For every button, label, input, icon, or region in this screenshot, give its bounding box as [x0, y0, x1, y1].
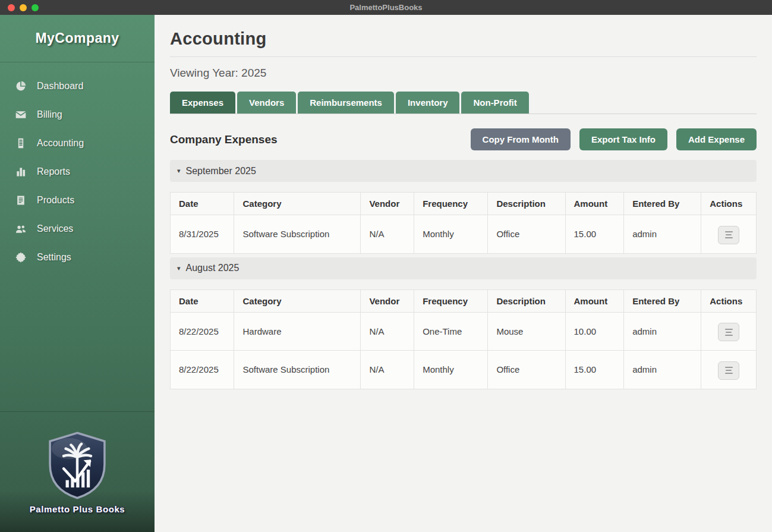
- month-group-header[interactable]: ▾August 2025: [170, 257, 757, 279]
- sidebar-item-label: Reports: [37, 166, 70, 177]
- sidebar-item-settings[interactable]: Settings: [0, 243, 155, 272]
- copy-from-month-button[interactable]: Copy From Month: [471, 128, 571, 150]
- sidebar-logo: Palmetto Plus Books: [0, 412, 155, 532]
- expense-cell: N/A: [361, 351, 414, 389]
- export-tax-info-button[interactable]: Export Tax Info: [579, 128, 667, 150]
- tab-expenses[interactable]: Expenses: [170, 92, 235, 114]
- actions-cell: [701, 215, 757, 254]
- column-header-frequency: Frequency: [414, 193, 488, 215]
- bar-chart-icon: [14, 165, 27, 178]
- menu-icon: [725, 367, 733, 368]
- row-actions-menu-button[interactable]: [718, 226, 739, 244]
- add-expense-button[interactable]: Add Expense: [676, 128, 757, 150]
- column-header-vendor: Vendor: [361, 289, 414, 312]
- tab-inventory[interactable]: Inventory: [396, 92, 460, 114]
- sidebar-header: MyCompany: [0, 15, 155, 62]
- expense-cell: 10.00: [565, 312, 624, 351]
- expense-cell: 8/22/2025: [171, 351, 234, 389]
- expense-cell: Monthly: [414, 215, 488, 254]
- column-header-vendor: Vendor: [361, 193, 414, 215]
- sidebar-item-services[interactable]: Services: [0, 215, 155, 243]
- app-body: MyCompany DashboardBillingAccountingRepo…: [0, 15, 772, 532]
- expense-cell: admin: [624, 351, 701, 389]
- row-actions-menu-button[interactable]: [718, 323, 739, 341]
- expense-cell: 15.00: [565, 215, 624, 254]
- column-header-description: Description: [488, 193, 565, 215]
- viewing-year-label: Viewing Year: 2025: [170, 67, 757, 80]
- expense-cell: Monthly: [414, 351, 488, 389]
- mail-icon: [14, 108, 27, 121]
- tab-bar: ExpensesVendorsReimbursementsInventoryNo…: [170, 92, 757, 114]
- column-header-amount: Amount: [565, 193, 624, 215]
- sidebar-item-reports[interactable]: Reports: [0, 158, 155, 186]
- sidebar-item-billing[interactable]: Billing: [0, 100, 155, 129]
- column-header-category: Category: [234, 289, 361, 312]
- column-header-entered-by: Entered By: [624, 289, 701, 312]
- section-header-row: Company Expenses Copy From Month Export …: [170, 128, 757, 150]
- sidebar-item-label: Services: [37, 223, 73, 234]
- month-group-label: August 2025: [186, 263, 240, 273]
- column-header-amount: Amount: [565, 289, 624, 312]
- expense-cell: 8/22/2025: [171, 312, 234, 351]
- sidebar-item-accounting[interactable]: Accounting: [0, 129, 155, 158]
- expense-cell: admin: [624, 215, 701, 254]
- expense-cell: Mouse: [488, 312, 565, 351]
- expense-cell: N/A: [361, 215, 414, 254]
- sidebar-nav: DashboardBillingAccountingReportsProduct…: [0, 62, 155, 412]
- sidebar: MyCompany DashboardBillingAccountingRepo…: [0, 15, 155, 532]
- pie-chart-icon: [14, 80, 27, 93]
- expense-cell: Software Subscription: [234, 215, 361, 254]
- tab-vendors[interactable]: Vendors: [237, 92, 296, 114]
- expense-cell: N/A: [361, 312, 414, 351]
- tab-non-profit[interactable]: Non-Profit: [461, 92, 528, 114]
- expense-groups: ▾September 2025DateCategoryVendorFrequen…: [170, 160, 757, 389]
- expense-cell: Hardware: [234, 312, 361, 351]
- sidebar-item-label: Products: [37, 195, 74, 206]
- month-group-header[interactable]: ▾September 2025: [170, 160, 757, 182]
- expense-cell: Office: [488, 351, 565, 389]
- column-header-entered-by: Entered By: [624, 193, 701, 215]
- expense-row: 8/31/2025Software SubscriptionN/AMonthly…: [171, 215, 757, 254]
- column-header-date: Date: [171, 289, 234, 312]
- people-icon: [14, 222, 27, 235]
- collapse-caret-icon: ▾: [177, 167, 181, 175]
- expenses-table: DateCategoryVendorFrequencyDescriptionAm…: [170, 289, 757, 389]
- column-header-category: Category: [234, 193, 361, 215]
- column-header-actions: Actions: [701, 289, 757, 312]
- window-title: PalmettoPlusBooks: [0, 3, 772, 12]
- main-content: Accounting Viewing Year: 2025 ExpensesVe…: [155, 15, 772, 532]
- column-header-frequency: Frequency: [414, 289, 488, 312]
- app-window: PalmettoPlusBooks MyCompany DashboardBil…: [0, 0, 772, 532]
- expenses-table: DateCategoryVendorFrequencyDescriptionAm…: [170, 192, 757, 254]
- row-actions-menu-button[interactable]: [718, 361, 739, 380]
- expense-row: 8/22/2025Software SubscriptionN/AMonthly…: [171, 351, 757, 389]
- expense-cell: One-Time: [414, 312, 488, 351]
- sidebar-item-products[interactable]: Products: [0, 186, 155, 215]
- company-name: MyCompany: [35, 30, 119, 46]
- sidebar-item-label: Billing: [37, 109, 62, 120]
- gear-icon: [14, 251, 27, 264]
- collapse-caret-icon: ▾: [177, 265, 181, 272]
- expense-row: 8/22/2025HardwareN/AOne-TimeMouse10.00ad…: [171, 312, 757, 351]
- palmetto-shield-logo: [46, 430, 109, 500]
- sidebar-item-label: Dashboard: [37, 81, 83, 92]
- actions-cell: [701, 312, 757, 351]
- list-icon: [14, 194, 27, 207]
- actions-cell: [701, 351, 757, 389]
- sidebar-item-label: Settings: [37, 252, 71, 263]
- logo-text: Palmetto Plus Books: [30, 504, 125, 514]
- page-title: Accounting: [170, 29, 757, 49]
- action-buttons: Copy From Month Export Tax Info Add Expe…: [471, 128, 757, 150]
- month-group-label: September 2025: [186, 166, 256, 177]
- ledger-icon: [14, 137, 27, 150]
- sidebar-item-dashboard[interactable]: Dashboard: [0, 72, 155, 100]
- menu-icon: [725, 329, 733, 330]
- titlebar: PalmettoPlusBooks: [0, 0, 772, 15]
- column-header-description: Description: [488, 289, 565, 312]
- column-header-actions: Actions: [701, 193, 757, 215]
- menu-icon: [725, 231, 733, 232]
- column-header-date: Date: [171, 193, 234, 215]
- expense-cell: 15.00: [565, 351, 624, 389]
- tab-reimbursements[interactable]: Reimbursements: [298, 92, 394, 114]
- section-title: Company Expenses: [170, 133, 278, 146]
